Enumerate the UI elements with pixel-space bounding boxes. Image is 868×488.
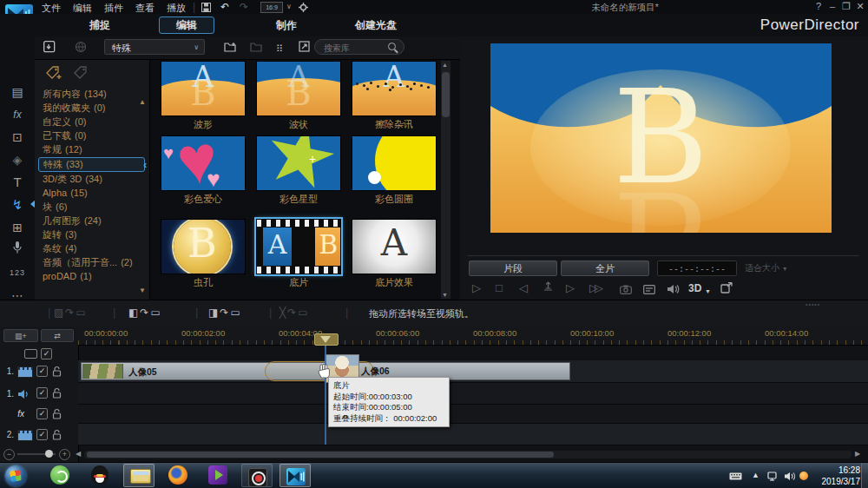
category-custom[interactable]: 自定义(0) bbox=[38, 115, 143, 129]
library-item-wormhole[interactable]: B 虫孔 bbox=[161, 219, 246, 289]
category-3d[interactable]: 3D/类 3D(34) bbox=[38, 173, 143, 186]
volume-icon[interactable] bbox=[667, 283, 681, 299]
redo-icon[interactable]: ↷ bbox=[240, 1, 248, 13]
next-frame-button[interactable]: ▷ bbox=[566, 280, 575, 296]
category-stripes[interactable]: 条纹(4) bbox=[38, 242, 143, 255]
search-input[interactable] bbox=[322, 41, 390, 55]
taskbar-qq-icon[interactable] bbox=[90, 465, 109, 485]
category-scroll-down-icon[interactable]: ▼ bbox=[139, 287, 146, 294]
scroll-right-icon[interactable]: ▶ bbox=[855, 450, 860, 458]
import-media-icon[interactable] bbox=[43, 41, 57, 57]
transition-thumbnail[interactable]: A B bbox=[256, 61, 341, 116]
transition-thumbnail[interactable] bbox=[352, 135, 437, 191]
grid-view-icon[interactable]: ⠿ bbox=[276, 41, 283, 56]
snapshot-camera-icon[interactable] bbox=[620, 283, 632, 299]
library-item-color-star[interactable]: ★ + 彩色星型 bbox=[256, 135, 341, 206]
tab-produce[interactable]: 制作 bbox=[256, 18, 317, 33]
taskbar-browser-360-icon[interactable] bbox=[50, 465, 69, 485]
apply-transition-postfix-button[interactable]: ◧↷▭ bbox=[128, 307, 162, 319]
track-enable-checkbox[interactable]: ✓ bbox=[36, 429, 48, 440]
category-audio[interactable]: 音频（适用于音...(2) bbox=[38, 256, 143, 269]
category-prodad[interactable]: proDAD(1) bbox=[38, 270, 143, 283]
transition-thumbnail-selected[interactable]: A B bbox=[256, 219, 341, 274]
fast-forward-button[interactable]: ▷▷ bbox=[589, 280, 600, 296]
track-enable-checkbox[interactable]: ✓ bbox=[36, 366, 48, 377]
audio-track-1[interactable] bbox=[78, 383, 868, 405]
category-favorites[interactable]: 我的收藏夹(0) bbox=[38, 102, 143, 115]
transition-room-icon[interactable]: ↯ bbox=[0, 195, 35, 214]
taskbar-recorder-slot[interactable] bbox=[241, 464, 273, 487]
zoom-slider-handle[interactable] bbox=[45, 450, 53, 458]
track-enable-checkbox[interactable]: ✓ bbox=[36, 408, 48, 419]
snap-toggle-button[interactable]: ⇄ bbox=[41, 329, 74, 342]
new-folder-icon[interactable] bbox=[224, 41, 237, 56]
scrollbar-thumb[interactable] bbox=[442, 72, 450, 117]
transition-thumbnail[interactable]: A bbox=[352, 219, 437, 274]
effects-room-icon[interactable]: fx bbox=[0, 105, 35, 124]
category-filter-dropdown[interactable]: 特殊 ∨ bbox=[104, 39, 205, 55]
master-track-checkbox[interactable]: ✓ bbox=[41, 348, 52, 359]
3d-toggle-button[interactable]: 3D bbox=[688, 280, 701, 296]
category-rotate[interactable]: 旋转(3) bbox=[38, 228, 143, 241]
track-lock-icon[interactable] bbox=[52, 386, 62, 402]
taskbar-explorer-slot[interactable] bbox=[123, 464, 155, 487]
track-lock-icon[interactable] bbox=[52, 365, 62, 380]
taskbar-powerdirector-slot[interactable] bbox=[279, 464, 311, 487]
library-item-erase-noise[interactable]: A 擦除杂讯 bbox=[352, 61, 437, 131]
apply-transition-prefix-button[interactable]: ▨↷▭ bbox=[54, 307, 88, 319]
category-all[interactable]: 所有内容(134) bbox=[38, 88, 143, 101]
aspect-ratio-selector[interactable]: 16:9 bbox=[260, 2, 283, 13]
apply-transition-crossfade-button[interactable]: ◨↷▭ bbox=[208, 307, 242, 319]
remove-tag-icon[interactable] bbox=[73, 65, 90, 82]
tray-security-icon[interactable] bbox=[799, 472, 808, 480]
library-item-wave[interactable]: A B 波形 bbox=[161, 61, 246, 131]
category-block[interactable]: 块(6) bbox=[38, 201, 143, 214]
transition-thumbnail[interactable]: ★ + bbox=[256, 135, 341, 191]
seek-button[interactable] bbox=[542, 280, 554, 296]
transition-thumbnail[interactable]: ♥ ♥ ♥ bbox=[161, 135, 246, 191]
gear-icon[interactable] bbox=[299, 3, 308, 15]
tab-create-disc[interactable]: 创建光盘 bbox=[332, 18, 419, 33]
category-special-selected[interactable]: 特殊(33) bbox=[38, 157, 145, 172]
tray-expand-icon[interactable]: ▲ bbox=[752, 471, 760, 479]
chapter-room-icon[interactable]: 123 bbox=[0, 263, 35, 282]
search-icon[interactable] bbox=[388, 43, 396, 50]
transition-thumbnail[interactable]: A B bbox=[161, 61, 246, 116]
tab-edit[interactable]: 编辑 bbox=[159, 16, 214, 34]
taskbar-firefox-icon[interactable] bbox=[168, 465, 187, 485]
category-alpha[interactable]: Alpha(15) bbox=[38, 187, 143, 200]
voiceover-room-icon[interactable] bbox=[0, 241, 35, 260]
library-search-box[interactable] bbox=[314, 39, 404, 55]
scroll-down-icon[interactable]: ▼ bbox=[442, 292, 448, 298]
timeline-scrollbar-thumb[interactable] bbox=[87, 452, 554, 458]
transition-thumbnail[interactable]: B bbox=[161, 219, 246, 274]
folder-icon[interactable] bbox=[250, 41, 263, 56]
menu-view[interactable]: 查看 bbox=[135, 2, 155, 15]
stop-button[interactable]: □ bbox=[496, 280, 503, 296]
apply-transition-random-button[interactable]: ╳↷▭ bbox=[279, 307, 310, 319]
library-scrollbar[interactable]: ▲ ▼ bbox=[441, 61, 450, 299]
help-button[interactable]: ? bbox=[812, 1, 825, 11]
library-item-film-effect[interactable]: A 底片效果 bbox=[352, 219, 437, 289]
menu-edit[interactable]: 编辑 bbox=[73, 2, 92, 15]
library-item-film-selected[interactable]: A B 底片 bbox=[256, 219, 341, 289]
category-general[interactable]: 常规(12) bbox=[38, 143, 143, 156]
video-track-2[interactable] bbox=[78, 424, 868, 445]
3d-dropdown-icon[interactable]: ▼ bbox=[705, 284, 711, 300]
timeline-scrollbar[interactable] bbox=[84, 451, 852, 458]
taskbar-clock[interactable]: 16:28 2019/3/17 bbox=[810, 465, 860, 487]
save-icon[interactable] bbox=[201, 3, 211, 15]
track-lock-icon[interactable] bbox=[52, 407, 62, 423]
track-enable-checkbox[interactable]: ✓ bbox=[36, 387, 48, 399]
media-room-icon[interactable]: ▤ bbox=[0, 82, 35, 102]
aspect-ratio-chevron[interactable]: ∨ bbox=[286, 1, 292, 13]
resize-thumbnails-icon[interactable] bbox=[299, 41, 311, 56]
preview-quality-icon[interactable] bbox=[643, 283, 655, 299]
zoom-out-button[interactable]: − bbox=[3, 449, 15, 460]
menu-play[interactable]: 播放 bbox=[167, 2, 186, 15]
track-manager-button[interactable]: ▥+ bbox=[3, 329, 38, 342]
preview-video[interactable]: B B bbox=[490, 43, 832, 233]
panel-resize-handle[interactable]: ••••• bbox=[806, 301, 820, 307]
tray-volume-icon[interactable] bbox=[784, 472, 796, 483]
library-item-wavy[interactable]: A B 波状 bbox=[256, 61, 341, 131]
